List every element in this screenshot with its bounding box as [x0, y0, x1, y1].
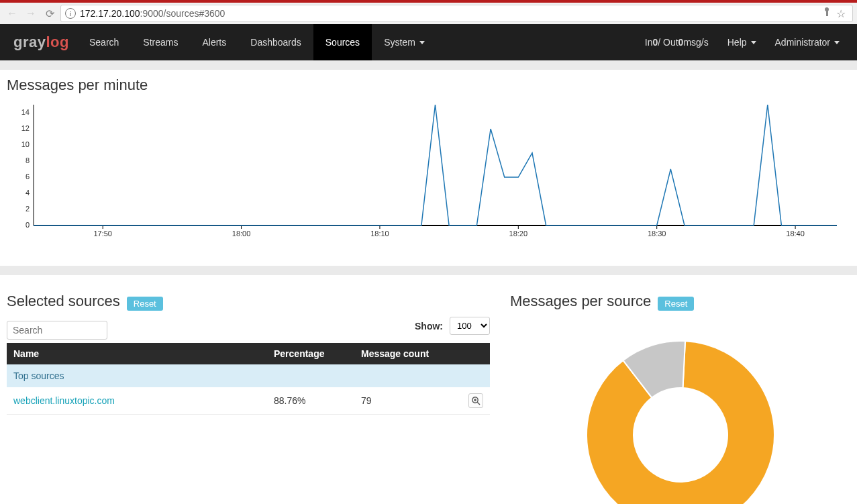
svg-text:12: 12: [21, 124, 30, 132]
svg-line-23: [477, 402, 480, 405]
nav-help[interactable]: Help: [718, 37, 766, 48]
svg-text:2: 2: [26, 205, 30, 213]
svg-text:8: 8: [26, 156, 30, 164]
svg-text:18:40: 18:40: [786, 230, 805, 238]
forward-button[interactable]: →: [23, 5, 39, 21]
saved-password-icon[interactable]: [823, 7, 831, 17]
chart-title: Messages per minute: [7, 77, 850, 94]
nav-right: In 0 / Out 0 msg/s Help Administrator: [636, 24, 849, 60]
back-button[interactable]: ←: [4, 5, 20, 21]
zoom-in-icon: [471, 396, 481, 405]
show-label: Show:: [415, 321, 443, 332]
svg-text:6: 6: [26, 172, 30, 181]
site-info-icon[interactable]: i: [65, 8, 76, 19]
table-header: Name Percentage Message count: [7, 343, 490, 364]
svg-text:4: 4: [26, 189, 30, 197]
nav-search[interactable]: Search: [77, 24, 131, 60]
nav-administrator[interactable]: Administrator: [766, 37, 849, 48]
reload-button[interactable]: ⟳: [42, 5, 58, 21]
svg-text:18:00: 18:00: [232, 230, 251, 238]
col-percentage[interactable]: Percentage: [267, 343, 354, 364]
url-bar[interactable]: i 172.17.20.100:9000/sources#3600 ☆: [60, 5, 853, 22]
table-row: webclient.linuxtopic.com 88.76% 79: [7, 387, 490, 415]
messages-per-minute-chart[interactable]: 0246810121417:5018:0018:1018:2018:3018:4…: [7, 98, 850, 246]
reset-per-source-button[interactable]: Reset: [658, 297, 694, 311]
nav-sources[interactable]: Sources: [313, 24, 372, 60]
svg-text:18:20: 18:20: [509, 230, 528, 238]
cell-count: 79: [354, 387, 462, 415]
nav-items: Search Streams Alerts Dashboards Sources…: [77, 24, 437, 60]
bookmark-icon[interactable]: ☆: [836, 7, 846, 20]
chevron-down-icon: [751, 41, 756, 44]
svg-text:17:50: 17:50: [93, 230, 112, 238]
show-count-select[interactable]: 100: [450, 317, 490, 335]
svg-text:18:10: 18:10: [370, 230, 389, 238]
chevron-down-icon: [834, 41, 840, 44]
nav-system[interactable]: System: [372, 24, 437, 60]
nav-alerts[interactable]: Alerts: [190, 24, 238, 60]
svg-text:18:30: 18:30: [648, 230, 666, 238]
url-text: 172.17.20.100:9000/sources#3600: [80, 8, 225, 19]
reset-selected-button[interactable]: Reset: [127, 297, 163, 311]
search-input[interactable]: [7, 321, 107, 340]
group-top-sources[interactable]: Top sources: [7, 364, 490, 387]
messages-per-source-title: Messages per source: [510, 293, 651, 310]
browser-chrome: ← → ⟳ i 172.17.20.100:9000/sources#3600 …: [0, 0, 857, 24]
source-link[interactable]: webclient.linuxtopic.com: [13, 395, 115, 406]
col-name[interactable]: Name: [7, 343, 267, 364]
chevron-down-icon: [419, 41, 425, 44]
gutter: [0, 266, 857, 275]
nav-streams[interactable]: Streams: [131, 24, 190, 60]
main-navbar: graylog Search Streams Alerts Dashboards…: [0, 24, 857, 60]
zoom-in-button[interactable]: [468, 393, 483, 408]
svg-text:14: 14: [21, 108, 30, 116]
cell-percentage: 88.76%: [267, 387, 354, 415]
svg-text:0: 0: [26, 221, 30, 229]
selected-sources-title: Selected sources: [7, 293, 120, 310]
nav-dashboards[interactable]: Dashboards: [238, 24, 313, 60]
sources-table: Name Percentage Message count Top source…: [7, 343, 490, 415]
col-message-count[interactable]: Message count: [354, 343, 462, 364]
logo[interactable]: graylog: [13, 24, 69, 60]
io-status: In 0 / Out 0 msg/s: [636, 37, 718, 48]
svg-text:10: 10: [21, 140, 30, 148]
messages-per-source-chart[interactable]: [510, 334, 850, 504]
gutter: [0, 60, 857, 70]
